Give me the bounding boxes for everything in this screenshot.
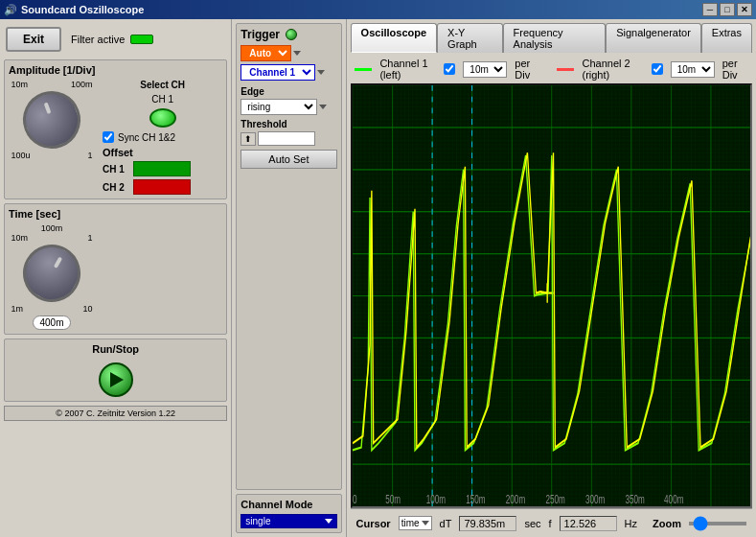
svg-text:200m: 200m [505,492,524,505]
amp-knob-label-top-left: 10m [11,80,29,89]
amp-knob-label-top-right: 100m [71,80,93,89]
cursor-bar: Cursor time dT 79.835m sec f 12.526 Hz Z… [351,508,752,537]
time-section: Time [sec] 100m 10m 1 1m 10 400m [4,203,227,335]
svg-text:300m: 300m [585,492,605,505]
svg-text:350m: 350m [625,492,644,505]
svg-text:150m: 150m [466,492,485,505]
ch1-led[interactable] [149,108,176,128]
channel-selector-row: Channel 1 (left) 10m per Div Channel 2 (… [351,55,752,83]
trigger-section: Trigger Auto Channel 1 Edge [236,23,341,490]
dt-label: dT [440,518,452,529]
maximize-button[interactable]: □ [720,3,735,16]
zoom-label: Zoom [653,518,681,529]
tab-oscilloscope[interactable]: Oscilloscope [351,23,437,53]
edge-label: Edge [241,86,336,97]
tabs-row: Oscilloscope X-Y Graph Frequency Analysi… [351,23,752,53]
time-knob[interactable] [12,234,91,313]
filter-active-label: Filter active [71,34,125,45]
ch1-checkbox[interactable] [444,63,455,75]
select-ch-area: Select CH CH 1 [103,80,222,128]
runstop-section: Run/Stop [4,339,227,402]
f-label: f [549,518,552,529]
tab-extras[interactable]: Extras [701,23,752,53]
autoset-button[interactable]: Auto Set [241,150,336,169]
svg-text:400m: 400m [664,492,683,505]
trigger-channel-select[interactable]: Channel 1 [241,64,315,81]
time-knob-label-bottom-left: 1m [11,304,24,314]
ch1-label: CH 1 [151,94,173,105]
ch1-channel-label: Channel 1 (left) [379,58,436,81]
time-knob-label-top: 100m [41,223,63,233]
trigger-title: Trigger [241,28,280,41]
channel-mode-val: single [245,516,270,526]
grid-svg: 0 50m 100m 150m 200m 250m 300m 350m 400m… [353,85,750,506]
time-val-box: 400m [33,315,71,330]
trigger-mode-select[interactable]: Auto [241,45,291,61]
amp-knob-label-bottom-right: 1 [87,151,92,160]
cursor-label: Cursor [356,518,391,529]
select-ch-label: Select CH [140,80,185,90]
channel-mode-select[interactable]: single [241,514,336,528]
minimize-button[interactable]: ─ [702,3,718,16]
left-panel: Exit Filter active Amplitude [1/Div] 10m… [0,19,232,537]
sync-checkbox[interactable] [103,131,114,143]
copyright: © 2007 C. Zeitnitz Version 1.22 [4,406,227,421]
f-unit: Hz [625,518,637,529]
ch2-checkbox[interactable] [652,63,663,75]
cursor-type-arrow [422,521,429,525]
ch2-offset-input[interactable]: 0.0000 [133,179,191,195]
offset-title: Offset [103,147,222,158]
trigger-panel: Trigger Auto Channel 1 Edge [232,19,346,537]
svg-text:250m: 250m [545,492,564,505]
cursor-type-val: time [401,518,420,528]
threshold-label: Threshold [241,119,336,129]
copyright-text: © 2007 C. Zeitnitz Version 1.22 [56,409,175,418]
channel-mode-arrow [325,519,332,524]
close-button[interactable]: ✕ [737,3,752,16]
sync-label: Sync CH 1&2 [118,132,175,143]
ch1-offset-label: CH 1 [103,164,129,175]
ch2-per-div-select[interactable]: 10m [671,61,715,78]
filter-active-led [130,35,153,44]
time-knob-label-right: 1 [87,233,92,243]
trigger-mode-arrow [293,51,301,56]
f-value: 12.526 [560,516,617,531]
ch2-channel-label: Channel 2 (right) [582,58,643,81]
tab-frequency-analysis[interactable]: Frequency Analysis [503,23,607,53]
play-icon [110,372,124,387]
cursor-type-select[interactable]: time [399,516,432,530]
tab-signalgenerator[interactable]: Signalgenerator [606,23,701,53]
ch1-offset-input[interactable]: 0.0000 [133,161,191,176]
app-title: Soundcard Oszilloscope [21,4,144,15]
trigger-channel-row: Channel 1 [241,64,336,81]
ch2-color-line [557,68,575,71]
ch2-offset-label: CH 2 [103,182,129,193]
trigger-mode-row: Auto [241,45,336,61]
zoom-slider[interactable] [689,522,746,525]
amplitude-knob[interactable] [15,83,89,157]
oscilloscope-canvas[interactable]: 0 50m 100m 150m 200m 250m 300m 350m 400m… [351,83,752,508]
channel-mode-section: Channel Mode single [236,494,341,533]
threshold-input[interactable]: 0.01 [258,131,315,146]
sync-row: Sync CH 1&2 [103,131,222,143]
edge-select[interactable]: rising [241,99,317,115]
dt-unit: sec [524,518,540,529]
dt-value: 79.835m [459,516,516,531]
tab-xy-graph[interactable]: X-Y Graph [437,23,502,53]
runstop-button[interactable] [99,362,133,397]
ch1-per-div-unit: per Div [515,58,540,81]
edge-arrow [319,105,327,109]
amplitude-section: Amplitude [1/Div] 10m 100m 100u 1 [4,59,227,199]
exit-button[interactable]: Exit [6,27,61,52]
svg-text:50m: 50m [385,492,401,505]
time-knob-label-bottom-right: 10 [82,304,92,314]
ch1-color-line [355,68,373,71]
threshold-spinner[interactable]: ⬆ [241,132,256,146]
time-title: Time [sec] [9,208,222,220]
time-knob-label-left: 10m [11,233,29,243]
channel-mode-label: Channel Mode [241,499,336,510]
amplitude-knob-area: 10m 100m 100u 1 [9,80,95,195]
trigger-channel-arrow [317,70,325,75]
ch1-per-div-select[interactable]: 10m [463,61,507,78]
title-bar: 🔊 Soundcard Oszilloscope ─ □ ✕ [0,0,756,19]
